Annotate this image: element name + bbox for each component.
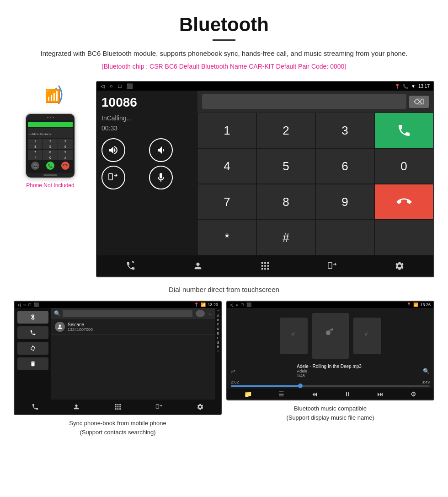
numpad-7[interactable]: 7 xyxy=(197,184,256,220)
pb-search-icon: 🔍 xyxy=(54,310,61,317)
music-recents-icon[interactable]: □ xyxy=(241,303,243,307)
music-artist: Adele xyxy=(297,369,362,373)
dialpad-display: ⌫ xyxy=(197,91,433,113)
numpad-0[interactable]: 0 xyxy=(374,148,433,184)
phonebook-caption: Sync phone-book from mobile phone (Suppo… xyxy=(67,415,168,437)
numpad-star[interactable]: * xyxy=(197,220,256,255)
pb-contact-row[interactable]: Seicane 13241007000 xyxy=(51,319,215,335)
numpad-9[interactable]: 9 xyxy=(315,184,374,220)
pb-bottom-transfer[interactable] xyxy=(139,401,180,412)
pb-bluetooth-btn[interactable] xyxy=(17,311,48,324)
music-folder-icon[interactable]: 📁 xyxy=(244,390,252,398)
pb-signal-icon: 📶 xyxy=(201,303,206,307)
numpad-4[interactable]: 4 xyxy=(197,148,256,184)
volume-up-button[interactable] xyxy=(101,138,125,162)
numpad-2[interactable]: 2 xyxy=(256,113,315,148)
bottom-dialpad-button[interactable] xyxy=(231,258,299,274)
mute-button[interactable] xyxy=(149,166,173,189)
pb-search-bar: 🔍 ← xyxy=(51,308,215,319)
wifi-icon: ▼ xyxy=(411,84,416,89)
music-play-pause-icon[interactable]: ⏸ xyxy=(344,390,351,398)
music-screenshot: ◁ ○ □ ⬛ 📍 📶 13:26 xyxy=(226,301,434,437)
svg-rect-4 xyxy=(156,405,159,409)
pb-location-icon: 📍 xyxy=(194,303,199,307)
numpad-8[interactable]: 8 xyxy=(256,184,315,220)
car-screen: ◁ ○ □ ⬛ 📍 📞 ▼ 13:17 10086 InCalling... 0… xyxy=(96,81,434,277)
music-screen-body: ⇌ Adele - Rolling In the Deep.mp3 Adele … xyxy=(227,308,433,400)
page-title: Bluetooth xyxy=(9,14,439,36)
numpad-3[interactable]: 3 xyxy=(315,113,374,148)
call-accept-button[interactable] xyxy=(374,113,433,148)
numpad-6[interactable]: 6 xyxy=(315,148,374,184)
phone-frame: ⋯⋯⋯⋯⋯ MOTO + Add to Contacts 123 456 789… xyxy=(25,113,75,178)
dialed-number: 10086 xyxy=(101,95,193,110)
numpad-1[interactable]: 1 xyxy=(197,113,256,148)
music-caption: Bluetooth music compatible (Support disp… xyxy=(284,400,376,422)
music-prev-icon[interactable]: ⏮ xyxy=(311,390,318,398)
music-home-icon[interactable]: ○ xyxy=(236,303,238,307)
pb-search-input[interactable] xyxy=(63,310,192,317)
back-nav-icon[interactable]: ◁ xyxy=(101,83,104,89)
pb-mic-button[interactable] xyxy=(196,310,205,317)
music-shuffle-icon[interactable]: ⇌ xyxy=(231,368,235,374)
phonebook-screenshot: ◁ ○ □ ⬛ 📍 📶 13:20 xyxy=(14,301,222,437)
music-controls: 📁 ☰ ⏮ ⏸ ⏭ ⚙ xyxy=(227,389,433,400)
dialpad-input[interactable] xyxy=(202,94,406,109)
music-artwork-area xyxy=(227,308,433,364)
car-right-panel: ⌫ 1 2 3 4 5 6 0 7 8 9 xyxy=(197,91,433,255)
car-main-area: 10086 InCalling... 00:33 xyxy=(97,91,433,255)
music-progress-dot[interactable] xyxy=(298,384,303,388)
call-timer: 00:33 xyxy=(101,124,193,132)
pb-bottom-contact[interactable] xyxy=(56,401,97,412)
music-search-icon[interactable]: 🔍 xyxy=(423,368,430,374)
music-time-current: 2:02 xyxy=(231,380,239,384)
call-end-button[interactable] xyxy=(374,184,433,220)
pb-phone-btn[interactable] xyxy=(17,326,48,339)
phonebook-status-bar: ◁ ○ □ ⬛ 📍 📶 13:20 xyxy=(15,302,221,308)
subtitle: Integrated with BC6 Bluetooth module, su… xyxy=(9,48,439,59)
bottom-call-button[interactable] xyxy=(97,258,164,274)
pb-contact-name: Seicane xyxy=(68,322,93,327)
music-equalizer-icon[interactable]: ⚙ xyxy=(411,390,416,398)
call-status: InCalling... xyxy=(101,114,193,122)
music-back-icon[interactable]: ◁ xyxy=(230,303,233,307)
car-bottom-bar xyxy=(97,255,433,276)
car-status-bar: ◁ ○ □ ⬛ 📍 📞 ▼ 13:17 xyxy=(97,82,433,91)
pb-back-arrow[interactable]: ← xyxy=(208,311,213,316)
pb-recents-icon[interactable]: □ xyxy=(28,303,31,307)
bottom-contact-button[interactable] xyxy=(164,258,231,274)
pb-back-icon[interactable]: ◁ xyxy=(17,303,21,307)
numpad-hash[interactable]: # xyxy=(256,220,315,255)
svg-point-7 xyxy=(365,333,367,335)
pb-delete-btn[interactable] xyxy=(17,357,48,370)
phonebook-main: 🔍 ← Seicane 13241007000 xyxy=(51,308,215,400)
svg-text:📶: 📶 xyxy=(45,88,61,103)
phonebook-mini-screen: ◁ ○ □ ⬛ 📍 📶 13:20 xyxy=(14,301,222,415)
pb-home-icon[interactable]: ○ xyxy=(23,303,26,307)
bottom-settings-button[interactable] xyxy=(366,258,433,274)
recents-nav-icon[interactable]: □ xyxy=(118,83,122,89)
svg-point-5 xyxy=(292,333,294,335)
backspace-button[interactable]: ⌫ xyxy=(409,96,429,108)
specs-line: (Bluetooth chip : CSR BC6 Default Blueto… xyxy=(9,63,439,70)
pb-status-time: 13:20 xyxy=(208,303,218,307)
music-list-icon[interactable]: ☰ xyxy=(278,390,284,398)
home-nav-icon[interactable]: ○ xyxy=(110,83,113,89)
numpad-5[interactable]: 5 xyxy=(256,148,315,184)
pb-bottom-dialpad[interactable] xyxy=(97,401,138,412)
main-caption: Dial number direct from touchscreen xyxy=(0,282,448,301)
bottom-transfer-button[interactable] xyxy=(299,258,366,274)
music-location-icon: 📍 xyxy=(406,303,411,307)
pb-bottom-call[interactable] xyxy=(15,401,56,412)
phone-not-included: Phone Not Included xyxy=(26,182,74,189)
pb-bottom-settings[interactable] xyxy=(180,401,221,412)
music-status-bar: ◁ ○ □ ⬛ 📍 📶 13:26 xyxy=(227,302,433,308)
pb-alphabet-index: * A B C D E F G H I xyxy=(215,308,221,400)
pb-bottom-bar xyxy=(15,400,221,414)
music-progress-bar[interactable] xyxy=(231,385,430,387)
main-screen-section: ∗ 📶 ⋯⋯⋯⋯⋯ MOTO + Add to Cont xyxy=(0,76,448,282)
transfer-button[interactable] xyxy=(101,166,125,189)
music-next-icon[interactable]: ⏭ xyxy=(377,390,384,398)
volume-down-button[interactable] xyxy=(149,138,173,162)
pb-sync-btn[interactable] xyxy=(17,342,48,355)
